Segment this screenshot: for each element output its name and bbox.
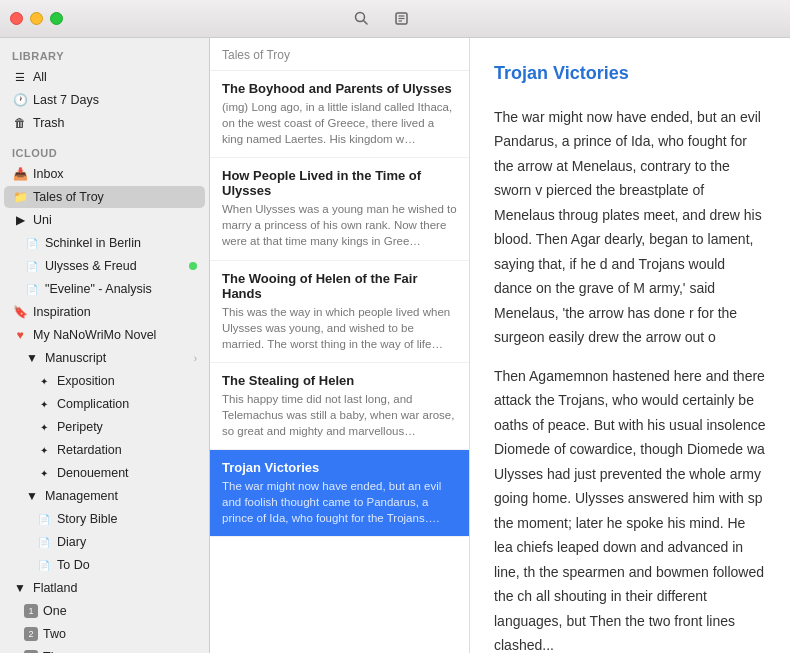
sidebar-item-inbox[interactable]: 📥 Inbox [4, 163, 205, 185]
main-area: Library ☰ All 🕐 Last 7 Days 🗑 Trash iClo… [0, 38, 790, 653]
minimize-button[interactable] [30, 12, 43, 25]
sidebar-item-tales[interactable]: 📁 Tales of Troy [4, 186, 205, 208]
sidebar-item-label: Manuscript [45, 351, 189, 365]
editor-paragraph-2: Then Agamemnon hastened here and there a… [494, 364, 766, 653]
icloud-header: iCloud [0, 135, 209, 162]
sidebar-item-peripety[interactable]: ✦ Peripety [4, 416, 205, 438]
sidebar-item-three[interactable]: 3 Three [4, 646, 205, 653]
sidebar-item-label: Last 7 Days [33, 93, 197, 107]
sidebar-item-label: Peripety [57, 420, 197, 434]
bookmark-icon: 🔖 [12, 304, 28, 320]
sidebar-item-label: Trash [33, 116, 197, 130]
sidebar-item-all[interactable]: ☰ All [4, 66, 205, 88]
sun-icon: ✦ [36, 419, 52, 435]
sidebar-item-label: Diary [57, 535, 197, 549]
window-buttons [10, 12, 63, 25]
titlebar-icons [350, 7, 414, 31]
sidebar-item-retardation[interactable]: ✦ Retardation [4, 439, 205, 461]
note-item-people[interactable]: How People Lived in the Time of Ulysses … [210, 158, 469, 260]
heart-icon: ♥ [12, 327, 28, 343]
sidebar-item-schinkel[interactable]: 📄 Schinkel in Berlin [4, 232, 205, 254]
sun-icon: ✦ [36, 373, 52, 389]
folder-icon: ▼ [24, 350, 40, 366]
note-item-trojan[interactable]: Trojan Victories The war might now have … [210, 450, 469, 537]
sun-icon: ✦ [36, 442, 52, 458]
note-preview: When Ulysses was a young man he wished t… [222, 201, 457, 249]
note-preview: The war might now have ended, but an evi… [222, 478, 457, 526]
sidebar-item-denouement[interactable]: ✦ Denouement [4, 462, 205, 484]
note-title: The Boyhood and Parents of Ulysses [222, 81, 457, 96]
doc-icon: 📄 [36, 534, 52, 550]
all-icon: ☰ [12, 69, 28, 85]
folder-icon: ▼ [12, 580, 28, 596]
sidebar-item-label: Denouement [57, 466, 197, 480]
doc-icon: 📄 [24, 281, 40, 297]
sidebar-item-last7[interactable]: 🕐 Last 7 Days [4, 89, 205, 111]
inbox-icon: 📥 [12, 166, 28, 182]
note-title: Trojan Victories [222, 460, 457, 475]
sidebar-item-label: Flatland [33, 581, 197, 595]
sidebar-item-label: To Do [57, 558, 197, 572]
close-button[interactable] [10, 12, 23, 25]
number-icon: 2 [24, 627, 38, 641]
sidebar-item-management[interactable]: ▼ Management [4, 485, 205, 507]
doc-icon: 📄 [36, 557, 52, 573]
library-header: Library [0, 38, 209, 65]
sidebar-item-label: Story Bible [57, 512, 197, 526]
maximize-button[interactable] [50, 12, 63, 25]
sidebar-item-flatland[interactable]: ▼ Flatland [4, 577, 205, 599]
note-preview: This happy time did not last long, and T… [222, 391, 457, 439]
sidebar-item-uni[interactable]: ▶ Uni [4, 209, 205, 231]
sidebar-item-storybible[interactable]: 📄 Story Bible [4, 508, 205, 530]
sidebar-item-two[interactable]: 2 Two [4, 623, 205, 645]
sidebar-item-nanowrimo[interactable]: ♥ My NaNoWriMo Novel [4, 324, 205, 346]
sidebar-item-one[interactable]: 1 One [4, 600, 205, 622]
titlebar [0, 0, 790, 38]
sidebar-item-label: Schinkel in Berlin [45, 236, 197, 250]
editor-panel[interactable]: Trojan Victories The war might now have … [470, 38, 790, 653]
sidebar-item-trash[interactable]: 🗑 Trash [4, 112, 205, 134]
sidebar-item-exposition[interactable]: ✦ Exposition [4, 370, 205, 392]
note-list: The Boyhood and Parents of Ulysses (img)… [210, 71, 469, 653]
sidebar-item-inspiration[interactable]: 🔖 Inspiration [4, 301, 205, 323]
sidebar-item-label: Inbox [33, 167, 197, 181]
folder-icon: ▼ [24, 488, 40, 504]
sidebar-item-label: Ulysses & Freud [45, 259, 184, 273]
note-item-boyhood[interactable]: The Boyhood and Parents of Ulysses (img)… [210, 71, 469, 158]
sidebar-item-diary[interactable]: 📄 Diary [4, 531, 205, 553]
sun-icon: ✦ [36, 396, 52, 412]
doc-icon: 📄 [36, 511, 52, 527]
note-title: How People Lived in the Time of Ulysses [222, 168, 457, 198]
note-preview: This was the way in which people lived w… [222, 304, 457, 352]
number-icon: 1 [24, 604, 38, 618]
editor-paragraph-1: The war might now have ended, but an evi… [494, 105, 766, 350]
sidebar-item-label: Retardation [57, 443, 197, 457]
folder-icon: ▶ [12, 212, 28, 228]
green-badge [189, 262, 197, 270]
trash-icon: 🗑 [12, 115, 28, 131]
note-list-header: Tales of Troy [210, 38, 469, 71]
sidebar-item-complication[interactable]: ✦ Complication [4, 393, 205, 415]
note-title: The Wooing of Helen of the Fair Hands [222, 271, 457, 301]
clock-icon: 🕐 [12, 92, 28, 108]
doc-icon: 📄 [24, 258, 40, 274]
editor-title: Trojan Victories [494, 58, 766, 89]
sidebar-item-label: My NaNoWriMo Novel [33, 328, 197, 342]
sidebar-item-ulysses[interactable]: 📄 Ulysses & Freud [4, 255, 205, 277]
folder-icon: 📁 [12, 189, 28, 205]
sun-icon: ✦ [36, 465, 52, 481]
svg-line-1 [364, 21, 368, 25]
compose-icon[interactable] [390, 7, 414, 31]
note-item-wooing[interactable]: The Wooing of Helen of the Fair Hands Th… [210, 261, 469, 363]
sidebar-item-manuscript[interactable]: ▼ Manuscript › [4, 347, 205, 369]
editor-body[interactable]: The war might now have ended, but an evi… [494, 105, 766, 653]
sidebar-item-label: Complication [57, 397, 197, 411]
note-list-panel: Tales of Troy The Boyhood and Parents of… [210, 38, 470, 653]
sidebar-item-eveline[interactable]: 📄 "Eveline" - Analysis [4, 278, 205, 300]
search-icon[interactable] [350, 7, 374, 31]
sidebar: Library ☰ All 🕐 Last 7 Days 🗑 Trash iClo… [0, 38, 210, 653]
sidebar-item-label: Two [43, 627, 197, 641]
note-item-stealing[interactable]: The Stealing of Helen This happy time di… [210, 363, 469, 450]
sidebar-item-todo[interactable]: 📄 To Do [4, 554, 205, 576]
sidebar-item-label: Uni [33, 213, 197, 227]
